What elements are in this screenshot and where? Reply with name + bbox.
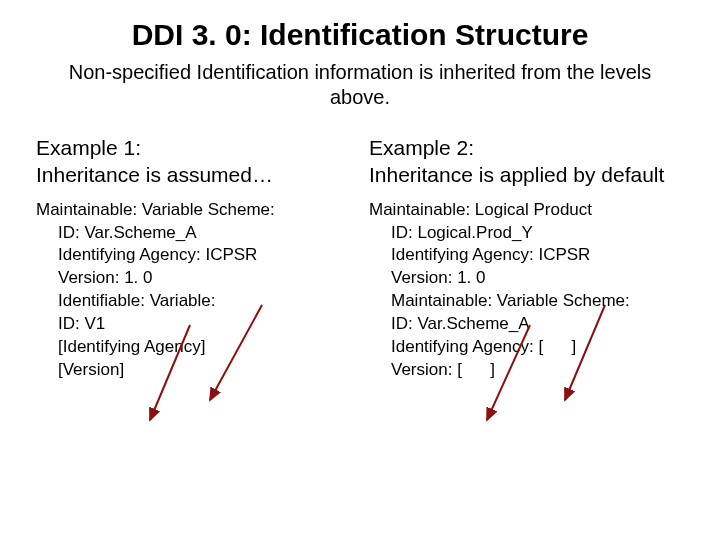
ex1-line-1: Maintainable: Variable Scheme: xyxy=(36,199,351,222)
example-1-heading-line-1: Example 1: xyxy=(36,134,351,161)
columns: Example 1: Inheritance is assumed… Maint… xyxy=(36,134,684,382)
ex2-line-3: Identifying Agency: ICPSR xyxy=(369,244,684,267)
ex2-line-1: Maintainable: Logical Product xyxy=(369,199,684,222)
ex1-line-4: Version: 1. 0 xyxy=(36,267,351,290)
ex2-line-5: Maintainable: Variable Scheme: xyxy=(369,290,684,313)
example-2-heading-line-2: Inheritance is applied by default xyxy=(369,161,684,188)
ex2-line-7: Identifying Agency: [ ] xyxy=(369,336,684,359)
slide-subtitle: Non-specified Identification information… xyxy=(60,60,660,110)
example-2-heading-line-1: Example 2: xyxy=(369,134,684,161)
ex1-line-8: [Version] xyxy=(36,359,351,382)
ex2-line-6: ID: Var.Scheme_A xyxy=(369,313,684,336)
example-1-heading-line-2: Inheritance is assumed… xyxy=(36,161,351,188)
ex2-line-7-prefix: Identifying Agency: [ xyxy=(391,337,543,356)
ex1-line-3: Identifying Agency: ICPSR xyxy=(36,244,351,267)
example-2-body: Maintainable: Logical Product ID: Logica… xyxy=(369,199,684,383)
ex2-line-2: ID: Logical.Prod_Y xyxy=(369,222,684,245)
example-1-body: Maintainable: Variable Scheme: ID: Var.S… xyxy=(36,199,351,383)
ex1-line-5: Identifiable: Variable: xyxy=(36,290,351,313)
ex2-line-4: Version: 1. 0 xyxy=(369,267,684,290)
example-1-heading: Example 1: Inheritance is assumed… xyxy=(36,134,351,189)
ex1-line-2: ID: Var.Scheme_A xyxy=(36,222,351,245)
ex2-line-8-suffix: ] xyxy=(490,360,495,379)
ex2-line-7-suffix: ] xyxy=(572,337,577,356)
ex1-line-7: [Identifying Agency] xyxy=(36,336,351,359)
example-1: Example 1: Inheritance is assumed… Maint… xyxy=(36,134,351,382)
ex2-line-8-prefix: Version: [ xyxy=(391,360,462,379)
example-2: Example 2: Inheritance is applied by def… xyxy=(369,134,684,382)
example-2-heading: Example 2: Inheritance is applied by def… xyxy=(369,134,684,189)
slide-title: DDI 3. 0: Identification Structure xyxy=(36,18,684,52)
ex1-line-6: ID: V1 xyxy=(36,313,351,336)
ex2-line-8: Version: [ ] xyxy=(369,359,684,382)
